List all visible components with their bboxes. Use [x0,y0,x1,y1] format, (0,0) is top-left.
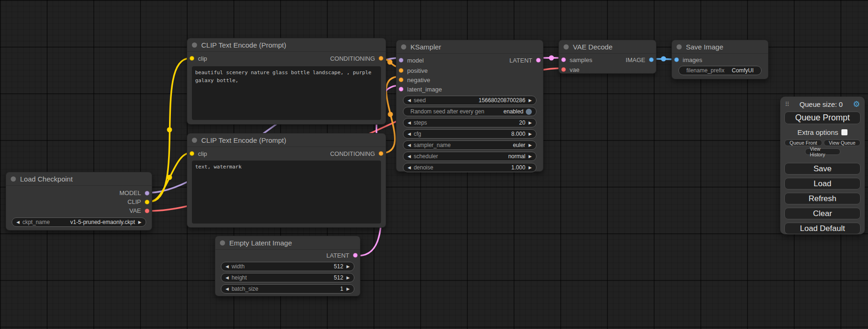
height-widget[interactable]: ◀ height 512 ▶ [221,273,354,282]
extra-options-checkbox[interactable] [841,129,847,135]
output-slot-vae[interactable] [145,209,149,213]
decrement-arrow-icon[interactable]: ◀ [226,276,229,280]
steps-widget[interactable]: ◀ steps 20 ▶ [403,118,536,127]
widget-value: v1-5-pruned-emaonly.ckpt [71,219,135,225]
collapse-dot-icon[interactable] [677,44,682,49]
output-label: VAE [129,207,141,214]
toggle-knob-icon[interactable] [526,109,532,115]
filename-prefix-widget[interactable]: filename_prefix ComfyUI [678,66,762,75]
widget-value: normal [508,153,525,160]
input-label: samples [570,56,592,63]
increment-arrow-icon[interactable]: ▶ [529,98,532,103]
decrement-arrow-icon[interactable]: ◀ [408,143,411,147]
input-slot-model[interactable] [399,58,403,63]
input-slot-samples[interactable] [561,57,566,62]
increment-arrow-icon[interactable]: ▶ [529,132,532,136]
input-slot-vae[interactable] [561,67,566,72]
load-default-button[interactable]: Load Default [784,223,861,234]
input-slot-images[interactable] [674,57,679,62]
collapse-dot-icon[interactable] [564,44,569,49]
increment-arrow-icon[interactable]: ▶ [138,220,141,224]
drag-handle-icon[interactable]: ⠿ [785,101,790,108]
denoise-widget[interactable]: ◀ denoise 1.000 ▶ [403,163,536,172]
decrement-arrow-icon[interactable]: ◀ [408,154,411,159]
wire-dot [167,175,172,180]
decrement-arrow-icon[interactable]: ◀ [408,166,411,170]
increment-arrow-icon[interactable]: ▶ [346,276,350,280]
increment-arrow-icon[interactable]: ▶ [346,265,350,269]
cfg-widget[interactable]: ◀ cfg 8.000 ▶ [403,129,536,139]
increment-arrow-icon[interactable]: ▶ [346,287,350,291]
width-widget[interactable]: ◀ width 512 ▶ [221,262,354,271]
collapse-dot-icon[interactable] [401,44,406,49]
decrement-arrow-icon[interactable]: ◀ [408,98,411,103]
view-history-button[interactable]: View History [805,148,840,155]
widget-value: 8.000 [511,131,525,137]
node-clip-text-encode-negative[interactable]: CLIP Text Encode (Prompt) clip CONDITION… [187,133,386,228]
save-button[interactable]: Save [784,163,861,175]
queue-front-button[interactable]: Queue Front [784,140,822,146]
batch-size-widget[interactable]: ◀ batch_size 1 ▶ [221,284,354,294]
node-title: KSampler [410,43,441,51]
input-slot-latent-image[interactable] [399,87,403,91]
decrement-arrow-icon[interactable]: ◀ [226,265,229,269]
random-seed-toggle[interactable]: Random seed after every gen enabled [403,107,536,116]
increment-arrow-icon[interactable]: ▶ [529,166,532,170]
node-vae-decode[interactable]: VAE Decode samples IMAGE vae [558,40,656,74]
input-slot-clip[interactable] [190,151,194,156]
node-clip-text-encode-positive[interactable]: CLIP Text Encode (Prompt) clip CONDITION… [187,38,386,125]
widget-label: sampler_name [414,142,451,148]
node-save-image[interactable]: Save Image images filename_prefix ComfyU… [671,40,769,79]
widget-value: 1.000 [511,164,525,171]
collapse-dot-icon[interactable] [192,138,197,143]
input-label: clip [198,150,207,157]
widget-label: cfg [414,131,421,137]
output-slot-latent[interactable] [536,58,541,63]
output-slot-conditioning[interactable] [379,56,383,61]
prompt-textarea[interactable]: text, watermark [192,161,381,224]
output-slot-clip[interactable] [145,200,149,204]
clear-button[interactable]: Clear [784,208,861,219]
output-slot-conditioning[interactable] [379,151,383,156]
collapse-dot-icon[interactable] [220,240,225,245]
prompt-textarea[interactable]: beautiful scenery nature glass bottle la… [192,66,381,120]
increment-arrow-icon[interactable]: ▶ [529,121,532,125]
output-slot-image[interactable] [649,57,654,62]
decrement-arrow-icon[interactable]: ◀ [226,287,229,291]
view-queue-button[interactable]: View Queue [824,140,861,146]
ckpt-name-widget[interactable]: ◀ ckpt_name v1-5-pruned-emaonly.ckpt ▶ [12,217,146,227]
input-slot-positive[interactable] [399,68,403,73]
node-empty-latent-image[interactable]: Empty Latent Image LATENT ◀ width 512 ▶ … [215,236,360,296]
settings-gear-icon[interactable]: ⚙ [853,100,860,108]
decrement-arrow-icon[interactable]: ◀ [408,121,411,125]
refresh-button[interactable]: Refresh [784,193,861,204]
sampler-name-widget[interactable]: ◀ sampler_name euler ▶ [403,140,536,150]
input-label: vae [570,66,579,73]
queue-prompt-button[interactable]: Queue Prompt [784,112,861,124]
widget-label: batch_size [232,286,258,292]
load-button[interactable]: Load [784,178,861,189]
widget-value: 1 [340,286,343,292]
input-label: negative [407,77,430,84]
scheduler-widget[interactable]: ◀ scheduler normal ▶ [403,152,536,161]
output-label: CONDITIONING [330,55,375,62]
widget-value: euler [513,142,525,148]
output-slot-model[interactable] [145,191,149,196]
collapse-dot-icon[interactable] [192,42,197,48]
output-label: CONDITIONING [330,150,375,157]
node-ksampler[interactable]: KSampler model LATENT positive negative … [396,40,543,172]
node-title: CLIP Text Encode (Prompt) [201,136,286,144]
input-slot-clip[interactable] [190,56,194,61]
input-slot-negative[interactable] [399,77,403,82]
seed-widget[interactable]: ◀ seed 156680208700286 ▶ [403,96,536,105]
output-slot-latent[interactable] [353,253,358,258]
node-load-checkpoint[interactable]: Load Checkpoint MODEL CLIP VAE ◀ ckpt_na… [6,172,152,231]
decrement-arrow-icon[interactable]: ◀ [16,220,20,224]
increment-arrow-icon[interactable]: ▶ [529,143,532,147]
increment-arrow-icon[interactable]: ▶ [529,154,532,159]
collapse-dot-icon[interactable] [11,176,16,182]
input-label: model [407,57,423,64]
node-title: Empty Latent Image [229,239,292,247]
decrement-arrow-icon[interactable]: ◀ [408,132,411,136]
output-label: LATENT [509,57,532,64]
